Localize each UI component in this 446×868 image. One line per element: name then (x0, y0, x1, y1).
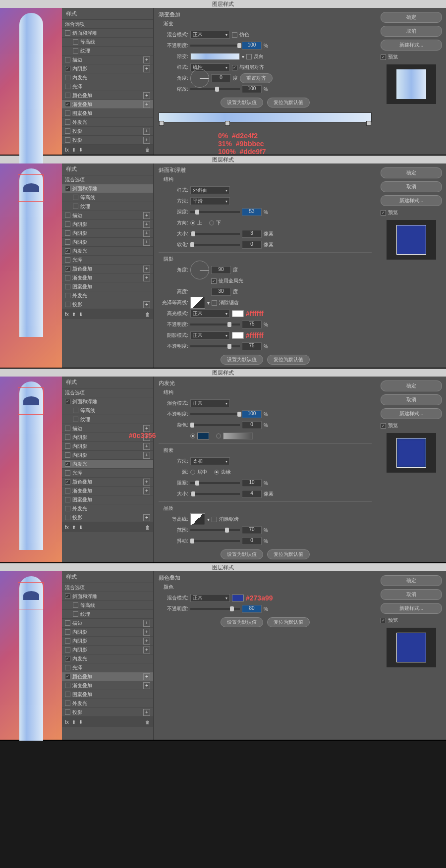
opacity-slider[interactable] (190, 45, 240, 47)
style-stroke[interactable]: 描边+ (62, 211, 153, 220)
source-center-radio[interactable] (190, 470, 195, 475)
layer-style-panel-3: 图层样式 样式 混合选项 斜面和浮雕 等高线 纹理 描边+ 内阴影+ 内阴影+ … (0, 369, 446, 563)
style-pattern-overlay[interactable]: 图案叠加 (62, 109, 153, 118)
layer-preview (0, 8, 62, 155)
global-light-checkbox[interactable] (211, 278, 217, 284)
style-drop-shadow[interactable]: 投影+ (62, 300, 153, 309)
style-outer-glow[interactable]: 外发光 (62, 118, 153, 127)
overlay-color[interactable] (232, 595, 244, 601)
scale-input[interactable]: 100 (242, 85, 262, 93)
style-inner-shadow[interactable]: 内阴影+ (62, 64, 153, 73)
right-panel: 确定 取消 新建样式... 预览 (377, 8, 446, 155)
highlight-color[interactable] (232, 310, 244, 317)
add-icon[interactable]: + (143, 137, 150, 144)
down-icon[interactable]: ⬇ (79, 147, 83, 153)
add-icon[interactable]: + (143, 92, 150, 99)
new-style-button[interactable]: 新建样式... (381, 40, 442, 51)
blend-mode-dropdown[interactable]: 正常▾ (190, 594, 230, 602)
blend-mode-dropdown[interactable]: 正常▾ (190, 31, 230, 39)
gradient-picker[interactable] (190, 53, 240, 60)
layer-preview (0, 571, 62, 740)
dir-up-radio[interactable] (190, 220, 195, 225)
style-contour[interactable]: 等高线 (62, 193, 153, 202)
soften-slider[interactable] (190, 244, 240, 246)
style-inner-glow[interactable]: 内发光 (62, 73, 153, 82)
angle-dial[interactable] (190, 261, 209, 279)
style-contour[interactable]: 等高线 (62, 38, 153, 47)
angle-input[interactable]: 0 (211, 74, 231, 82)
style-color-overlay[interactable]: 颜色叠加+ (62, 265, 153, 273)
style-outer-glow[interactable]: 外发光 (62, 291, 153, 300)
style-grad-overlay[interactable]: 渐变叠加+ (62, 100, 153, 109)
glow-color[interactable] (197, 433, 209, 439)
blend-mode-dropdown[interactable]: 正常▾ (190, 399, 230, 407)
ok-button[interactable]: 确定 (381, 12, 442, 23)
solid-color-radio[interactable] (190, 434, 195, 438)
reset-default-button[interactable]: 复位为默认值 (267, 98, 310, 108)
ok-button[interactable]: 确定 (381, 167, 442, 178)
style-bevel[interactable]: 斜面和浮雕 (62, 184, 153, 193)
antialias-checkbox[interactable] (212, 300, 217, 306)
style-inner-glow[interactable]: 内发光 (62, 460, 153, 469)
add-icon[interactable]: + (143, 101, 150, 108)
settings-area: 渐变叠加 渐变 混合模式:正常▾仿色 不透明度:100% 渐变:▾反向 样式:线… (154, 8, 377, 155)
style-drop-shadow[interactable]: 投影+ (62, 127, 153, 136)
angle-dial[interactable] (190, 69, 209, 88)
cancel-button[interactable]: 取消 (381, 26, 442, 37)
scale-slider[interactable] (190, 88, 240, 90)
set-default-button[interactable]: 设置为默认值 (221, 98, 263, 108)
style-color-overlay[interactable]: 颜色叠加+ (62, 672, 153, 681)
trash-icon[interactable]: 🗑 (145, 147, 150, 153)
section-subtitle: 渐变 (164, 20, 372, 27)
dialog-title: 图层样式 (0, 156, 446, 163)
add-icon[interactable]: + (143, 65, 150, 72)
style-satin[interactable]: 光泽 (62, 82, 153, 91)
style-grad-overlay[interactable]: 渐变叠加+ (62, 273, 153, 282)
blend-options[interactable]: 混合选项 (62, 20, 153, 29)
reverse-checkbox[interactable] (246, 54, 252, 59)
dir-down-radio[interactable] (209, 220, 214, 225)
cancel-button[interactable]: 取消 (381, 181, 442, 192)
contour-picker[interactable] (190, 297, 205, 309)
style-inner-shadow3[interactable]: 内阴影+ (62, 238, 153, 247)
gradient-editor[interactable] (159, 112, 372, 122)
dither-checkbox[interactable] (232, 32, 237, 38)
reset-align-button[interactable]: 重置对齐 (240, 73, 273, 83)
source-edge-radio[interactable] (214, 470, 219, 475)
contour-picker[interactable] (190, 513, 205, 525)
styles-header: 样式 (62, 8, 153, 20)
style-inner-shadow2[interactable]: 内阴影+ (62, 229, 153, 238)
new-style-button[interactable]: 新建样式... (381, 195, 442, 206)
opacity-input[interactable]: 100 (242, 42, 262, 50)
style-inner-glow[interactable]: 内发光 (62, 247, 153, 256)
fx-icon[interactable]: fx (65, 147, 69, 153)
style-drop-shadow2[interactable]: 投影+ (62, 136, 153, 145)
style-pattern-overlay[interactable]: 图案叠加 (62, 282, 153, 291)
styles-list: 样式 混合选项 斜面和浮雕 等高线 纹理 描边+ 内阴影+ 内发光 光泽 颜色叠… (62, 8, 154, 155)
up-icon[interactable]: ⬆ (72, 147, 76, 153)
style-inner-shadow[interactable]: 内阴影+ (62, 220, 153, 229)
size-slider[interactable] (190, 233, 240, 235)
gradient-radio[interactable] (216, 434, 221, 438)
add-icon[interactable]: + (143, 128, 150, 135)
blend-options[interactable]: 混合选项 (62, 175, 153, 184)
gradient-stops-annotation: 0% #d2e4f2 31% #9bbbec 100% #dde9f7 (218, 132, 266, 156)
style-stroke[interactable]: 描边+ (62, 55, 153, 64)
layer-style-panel-2: 图层样式 样式 混合选项 斜面和浮雕 等高线 纹理 描边+ 内阴影+ 内阴影+ … (0, 156, 446, 369)
shadow-mode-dropdown[interactable]: 正常▾ (190, 331, 230, 339)
technique-dropdown[interactable]: 平滑▾ (190, 197, 230, 205)
style-color-overlay[interactable]: 颜色叠加+ (62, 91, 153, 100)
bevel-style-dropdown[interactable]: 外斜面▾ (190, 186, 230, 194)
style-texture[interactable]: 纹理 (62, 47, 153, 55)
highlight-mode-dropdown[interactable]: 正常▾ (190, 310, 230, 318)
glow-gradient[interactable] (223, 433, 253, 439)
align-checkbox[interactable] (232, 65, 237, 70)
style-texture[interactable]: 纹理 (62, 202, 153, 211)
preview-checkbox[interactable] (381, 54, 386, 60)
effect-preview (387, 64, 436, 104)
shadow-color[interactable] (232, 332, 244, 339)
style-satin[interactable]: 光泽 (62, 256, 153, 265)
depth-slider[interactable] (190, 211, 240, 213)
style-bevel[interactable]: 斜面和浮雕 (62, 29, 153, 38)
add-icon[interactable]: + (143, 56, 150, 63)
